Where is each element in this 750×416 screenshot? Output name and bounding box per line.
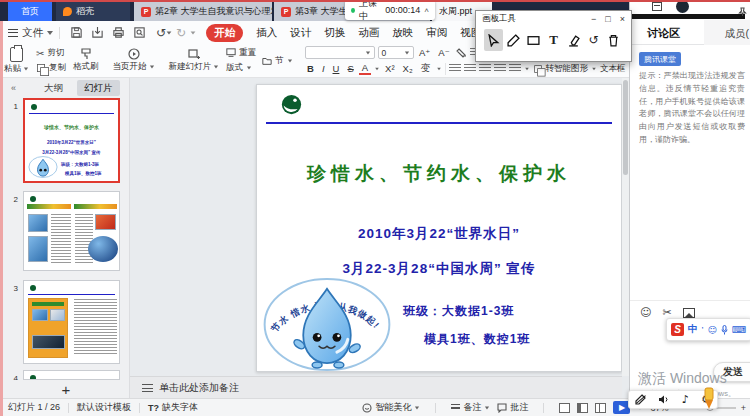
to-smart-graphic-button[interactable]: 转智能图形 [533, 63, 598, 75]
smart-beautify-button[interactable]: 智能美化 [362, 401, 420, 414]
template-name[interactable]: 默认设计模板 [77, 401, 131, 414]
ribbon-tab-animation[interactable]: 动画 [358, 26, 379, 40]
save-icon[interactable] [70, 26, 83, 39]
cut-button[interactable]: ✂剪切 [36, 47, 66, 59]
slide-class-line-1[interactable]: 班级：大数据1-3班 [403, 303, 514, 320]
text-tool-button[interactable]: T [544, 29, 563, 51]
font-name-combobox[interactable] [305, 46, 375, 59]
font-color-button[interactable]: A [359, 62, 370, 75]
slide-sorter-view-button[interactable] [577, 403, 588, 413]
pen-tool-button[interactable] [504, 29, 523, 51]
keyboard-icon[interactable]: ⌨ [732, 324, 746, 335]
ime-emoji-icon[interactable]: ☺ [708, 325, 717, 335]
undo-dropdown-icon[interactable] [167, 31, 172, 34]
zoom-in-button[interactable]: + [741, 403, 746, 413]
delete-tool-button[interactable] [604, 29, 623, 51]
ribbon-tab-transition[interactable]: 切换 [324, 26, 345, 40]
pin-icon[interactable] [737, 7, 747, 17]
bold-button[interactable]: B [305, 63, 317, 74]
notes-toggle-button[interactable]: 备注 [451, 401, 490, 414]
annotation-off-icon[interactable] [635, 394, 646, 405]
rectangle-tool-button[interactable] [524, 29, 543, 51]
more-commands-icon[interactable] [191, 31, 196, 34]
class-timer[interactable]: 上课中 00:00:14 ˄ [345, 0, 435, 20]
ribbon-tab-review[interactable]: 审阅 [426, 26, 447, 40]
increase-font-button[interactable]: A⁺ [417, 47, 433, 58]
thumb-text-block [74, 299, 117, 355]
align-right-icon[interactable] [479, 64, 491, 73]
ime-language-mode[interactable]: 中 [688, 323, 698, 336]
tab-docer[interactable]: 稻壳 [56, 2, 130, 21]
slide-thumbnail-3[interactable] [23, 280, 120, 364]
chevron-up-icon[interactable]: ˄ [424, 6, 429, 15]
tab-home[interactable]: 首页 [8, 2, 52, 21]
undo-icon[interactable]: ↺ [156, 26, 166, 40]
slide-canvas[interactable]: 珍惜水、节约水、保护水 2010年3月22“世界水日” 3月22-3月28“中国… [256, 84, 622, 372]
slide-class-line-2[interactable]: 模具1班、数控1班 [424, 331, 530, 348]
music-note-icon[interactable]: ♪ [682, 393, 689, 406]
format-painter-button[interactable]: 格式刷 [69, 44, 103, 77]
paintboard-titlebar[interactable]: 画板工具 − □ × [476, 11, 631, 27]
slide-thumbnail-2[interactable] [23, 191, 120, 271]
slide-thumbnail-1[interactable]: 珍惜水、节约水、保护水 2010年3月22“世界水日” 3月22-3月28“中国… [23, 98, 120, 183]
font-size-combobox[interactable]: 0 [378, 46, 414, 59]
comments-button[interactable]: 批注 [497, 401, 528, 414]
maximize-button[interactable]: □ [605, 14, 610, 24]
slide-subtitle-1[interactable]: 2010年3月22“世界水日” [257, 225, 621, 243]
close-button[interactable]: × [620, 14, 625, 24]
play-from-page-button[interactable]: 当页开始 [109, 44, 159, 77]
copy-button[interactable]: 复制 [36, 62, 66, 74]
reset-button[interactable]: 重置 [226, 47, 256, 59]
underline-button[interactable]: U [330, 63, 342, 74]
print-icon[interactable] [112, 26, 125, 39]
ribbon-tab-design[interactable]: 设计 [290, 26, 311, 40]
microphone-icon[interactable] [721, 325, 728, 335]
clear-format-icon[interactable] [455, 47, 467, 59]
minimize-button[interactable]: − [591, 14, 596, 24]
decrease-font-button[interactable]: A⁻ [436, 47, 452, 58]
slide-thumbnail-4[interactable] [23, 370, 120, 380]
undo-tool-button[interactable]: ↺ [584, 29, 603, 51]
reading-view-button[interactable] [595, 403, 606, 413]
strikethrough-button[interactable]: S [345, 63, 356, 74]
collapse-panel-button[interactable]: « [11, 83, 16, 93]
slide-title[interactable]: 珍惜水、节约水、保护水 [257, 161, 621, 187]
discussion-tab[interactable]: 讨论区 [647, 26, 680, 41]
print-preview-icon[interactable] [133, 26, 146, 39]
ime-apostrophe[interactable]: ’ [702, 325, 704, 335]
outline-tab[interactable]: 大纲 [44, 82, 63, 95]
ribbon-tab-insert[interactable]: 插入 [256, 26, 277, 40]
select-tool-button[interactable] [484, 29, 503, 51]
ribbon-tab-slideshow[interactable]: 放映 [392, 26, 413, 40]
image-upload-button[interactable] [683, 308, 695, 318]
ribbon-tab-home[interactable]: 开始 [206, 24, 243, 42]
normal-view-button[interactable] [559, 403, 570, 413]
italic-button[interactable]: I [319, 63, 327, 74]
section-button[interactable]: 节 [262, 55, 293, 67]
export-icon[interactable] [91, 26, 104, 39]
pinyin-button[interactable]: 变 [418, 62, 433, 75]
file-menu[interactable]: 文件 [8, 26, 53, 40]
tab-document-1[interactable]: P第2章 大学生自我意识与心理发展 [134, 2, 272, 21]
missing-font-warning[interactable]: 缺失字体 [162, 401, 198, 414]
window-switcher-icon[interactable] [652, 2, 662, 11]
paste-button[interactable]: 粘贴 [0, 44, 33, 77]
subscript-button[interactable]: X₂ [400, 63, 415, 74]
scrollbar-thumb[interactable] [623, 80, 628, 175]
eraser-tool-button[interactable] [564, 29, 583, 51]
layout-button[interactable]: 版式 [226, 62, 256, 74]
speaker-icon[interactable] [658, 394, 669, 405]
vertical-scrollbar[interactable] [622, 78, 629, 376]
slides-tab[interactable]: 幻灯片 [77, 80, 120, 96]
sogou-logo-icon[interactable]: S [671, 323, 684, 336]
align-center-icon[interactable] [464, 64, 476, 73]
superscript-button[interactable]: X² [383, 63, 398, 74]
add-slide-button[interactable]: + [3, 380, 129, 398]
align-justify-icon[interactable] [494, 64, 506, 73]
notes-bar[interactable]: 单击此处添加备注 [130, 376, 622, 398]
align-left-icon[interactable] [449, 64, 461, 73]
members-tab[interactable]: 成员( [725, 27, 750, 41]
new-slide-button[interactable]: 新建幻灯片 [165, 44, 224, 77]
emoji-button[interactable]: ☺ [640, 306, 651, 319]
line-spacing-icon[interactable] [509, 64, 521, 73]
